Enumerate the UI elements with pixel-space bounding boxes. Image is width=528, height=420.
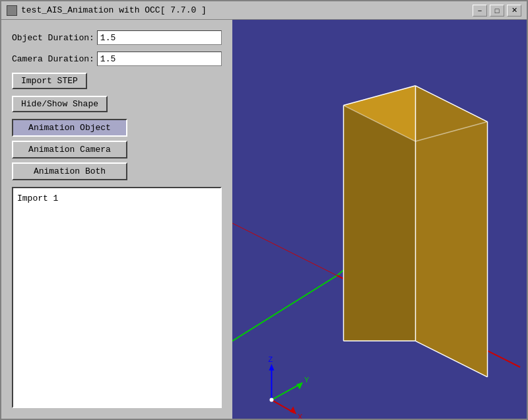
minimize-button[interactable]: − (473, 5, 487, 17)
svg-text:X: X (298, 413, 303, 419)
svg-text:Y: Y (304, 376, 310, 384)
animation-camera-button[interactable]: Animation Camera (12, 141, 127, 158)
viewport[interactable]: Z Y X (232, 20, 527, 419)
hide-show-button[interactable]: Hide/Show Shape (12, 96, 108, 112)
import-list[interactable]: Import 1 (12, 187, 222, 408)
title-bar: test_AIS_Animation with OCC[ 7.7.0 ] − □… (1, 1, 527, 20)
object-duration-input[interactable] (97, 30, 222, 45)
import-step-button[interactable]: Import STEP (12, 73, 87, 89)
object-duration-label: Object Duration: (12, 33, 94, 43)
animation-buttons: Animation Object Animation Camera Animat… (12, 119, 222, 180)
camera-duration-input[interactable] (97, 52, 222, 66)
list-item: Import 1 (17, 192, 216, 205)
maximize-button[interactable]: □ (490, 5, 504, 17)
viewport-canvas: Z Y X (232, 20, 527, 419)
main-window: test_AIS_Animation with OCC[ 7.7.0 ] − □… (0, 0, 528, 420)
content-area: Object Duration: Camera Duration: Import… (1, 20, 527, 419)
hide-show-row: Hide/Show Shape (12, 96, 222, 112)
animation-both-button[interactable]: Animation Both (12, 162, 127, 180)
camera-duration-row: Camera Duration: (12, 52, 222, 66)
window-controls: − □ ✕ (473, 5, 521, 17)
window-title: test_AIS_Animation with OCC[ 7.7.0 ] (21, 5, 473, 15)
svg-point-26 (269, 398, 273, 402)
left-panel: Object Duration: Camera Duration: Import… (1, 20, 232, 419)
object-duration-row: Object Duration: (12, 30, 222, 45)
svg-marker-7 (416, 86, 488, 377)
animation-object-button[interactable]: Animation Object (12, 119, 127, 137)
app-icon (7, 5, 17, 16)
close-button[interactable]: ✕ (507, 5, 521, 17)
import-step-row: Import STEP (12, 73, 222, 89)
camera-duration-label: Camera Duration: (12, 54, 94, 64)
svg-text:Z: Z (269, 355, 273, 363)
